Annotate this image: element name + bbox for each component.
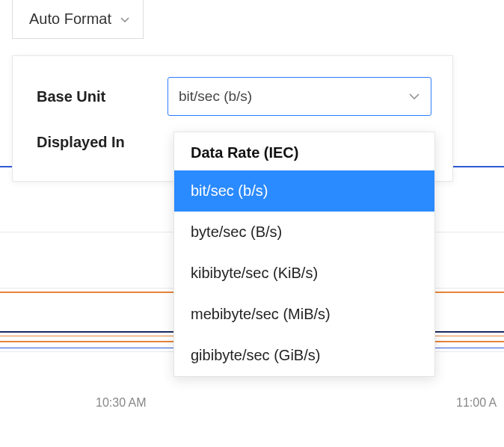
base-unit-label: Base Unit — [37, 88, 168, 105]
dropdown-option[interactable]: mebibyte/sec (MiB/s) — [174, 294, 434, 335]
base-unit-dropdown: Data Rate (IEC) bit/sec (b/s) byte/sec (… — [173, 132, 435, 377]
base-unit-input[interactable]: bit/sec (b/s) — [168, 77, 431, 116]
dropdown-group-header: Data Rate (IEC) — [174, 132, 434, 170]
dropdown-option[interactable]: bit/sec (b/s) — [174, 170, 434, 212]
axis-tick-label: 10:30 AM — [96, 396, 147, 410]
axis-tick-label: 11:00 A — [456, 396, 497, 410]
tab-auto-format[interactable]: Auto Format — [12, 0, 144, 39]
displayed-in-label: Displayed In — [37, 134, 168, 151]
dropdown-option[interactable]: gibibyte/sec (GiB/s) — [174, 335, 434, 376]
base-unit-select[interactable]: bit/sec (b/s) — [168, 77, 431, 116]
dropdown-option[interactable]: byte/sec (B/s) — [174, 212, 434, 253]
caret-down-icon — [120, 13, 129, 26]
tab-label: Auto Format — [29, 10, 111, 28]
dropdown-option[interactable]: kibibyte/sec (KiB/s) — [174, 253, 434, 294]
row-base-unit: Base Unit bit/sec (b/s) — [37, 77, 431, 116]
